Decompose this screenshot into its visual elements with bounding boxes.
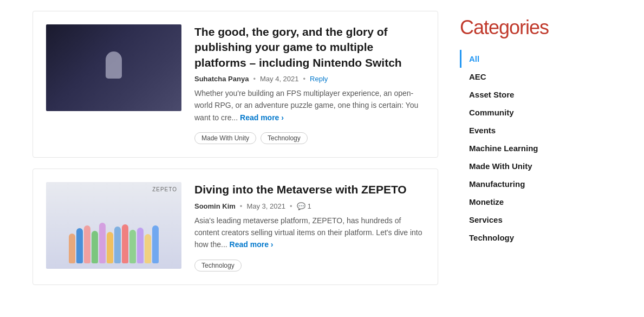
comment-number-2: 1 <box>308 202 311 210</box>
category-item-services[interactable]: Services <box>460 211 612 229</box>
read-more-1[interactable]: Read more › <box>240 113 284 122</box>
category-label-events[interactable]: Events <box>461 121 503 139</box>
post-title-2[interactable]: Diving into the Metaverse with ZEPETO <box>194 182 425 197</box>
post-excerpt-1: Whether you're building an FPS multiplay… <box>194 87 425 124</box>
category-item-machine-learning[interactable]: Machine Learning <box>460 139 612 157</box>
meta-dot-1a: • <box>253 75 256 83</box>
reply-link-1[interactable]: Reply <box>310 75 328 83</box>
category-item-community[interactable]: Community <box>460 103 612 121</box>
post-author-1: Suhatcha Panya <box>194 75 249 83</box>
category-item-asset-store[interactable]: Asset Store <box>460 86 612 103</box>
post-thumbnail-2: ZEPETO <box>46 182 181 269</box>
tag-technology-1[interactable]: Technology <box>261 132 308 144</box>
category-label-made-with-unity[interactable]: Made With Unity <box>461 157 540 175</box>
post-date-2: May 3, 2021 <box>246 202 285 210</box>
post-card-2: ZEPETO Diving into the Metav <box>32 169 438 285</box>
main-content: The good, the gory, and the glory of pub… <box>32 11 438 285</box>
read-more-2[interactable]: Read more › <box>230 240 274 249</box>
comment-icon-glyph: 💬 <box>297 202 305 210</box>
tag-technology-2[interactable]: Technology <box>194 260 242 271</box>
category-item-technology[interactable]: Technology <box>460 229 612 247</box>
post-meta-1: Suhatcha Panya • May 4, 2021 • Reply <box>194 75 425 83</box>
post-title-1[interactable]: The good, the gory, and the glory of pub… <box>194 24 425 70</box>
category-label-manufacturing[interactable]: Manufacturing <box>461 175 532 193</box>
page-wrapper: The good, the gory, and the glory of pub… <box>0 0 644 296</box>
excerpt-text-2: Asia's leading metaverse platform, ZEPET… <box>194 216 422 249</box>
category-label-community[interactable]: Community <box>461 103 522 121</box>
category-item-aec[interactable]: AEC <box>460 68 612 86</box>
figures <box>69 223 159 269</box>
category-item-manufacturing[interactable]: Manufacturing <box>460 175 612 193</box>
sidebar: Categories AllAECAsset StoreCommunityEve… <box>460 11 612 285</box>
post-date-1: May 4, 2021 <box>260 75 299 83</box>
category-label-services[interactable]: Services <box>461 211 510 229</box>
categories-title: Categories <box>460 16 612 39</box>
post-tags-2: Technology <box>194 260 425 271</box>
meta-dot-1b: • <box>303 75 306 83</box>
post-body-2: Diving into the Metaverse with ZEPETO So… <box>194 182 425 271</box>
thumbnail-label-2: ZEPETO <box>152 186 177 192</box>
post-excerpt-2: Asia's leading metaverse platform, ZEPET… <box>194 215 425 251</box>
post-thumbnail-1 <box>46 24 181 111</box>
excerpt-text-1: Whether you're building an FPS multiplay… <box>194 89 418 122</box>
category-item-events[interactable]: Events <box>460 121 612 139</box>
meta-dot-2b: • <box>290 202 292 210</box>
post-author-2: Soomin Kim <box>194 202 236 210</box>
category-item-made-with-unity[interactable]: Made With Unity <box>460 157 612 175</box>
category-item-all[interactable]: All <box>460 50 612 68</box>
meta-dot-2a: • <box>240 202 243 210</box>
category-label-asset-store[interactable]: Asset Store <box>461 86 522 103</box>
tag-made-with-unity[interactable]: Made With Unity <box>194 132 256 144</box>
category-label-aec[interactable]: AEC <box>461 68 494 86</box>
category-label-monetize[interactable]: Monetize <box>461 193 511 211</box>
post-card-1: The good, the gory, and the glory of pub… <box>32 11 438 158</box>
category-item-monetize[interactable]: Monetize <box>460 193 612 211</box>
category-label-all[interactable]: All <box>461 50 487 68</box>
post-body-1: The good, the gory, and the glory of pub… <box>194 24 425 144</box>
category-label-machine-learning[interactable]: Machine Learning <box>461 139 546 157</box>
comment-count-2: 💬 1 <box>297 202 311 210</box>
category-list: AllAECAsset StoreCommunityEventsMachine … <box>460 50 612 247</box>
post-tags-1: Made With Unity Technology <box>194 132 425 144</box>
post-meta-2: Soomin Kim • May 3, 2021 • 💬 1 <box>194 202 425 210</box>
category-label-technology[interactable]: Technology <box>461 229 522 247</box>
